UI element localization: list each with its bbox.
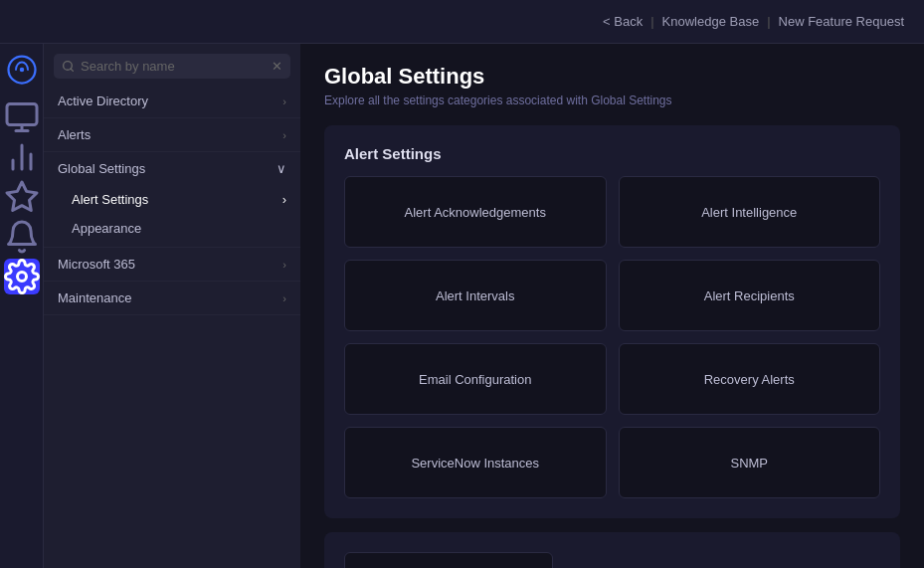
rail-item-chart[interactable]: [4, 139, 40, 175]
chevron-right-icon: ›: [282, 192, 286, 207]
rail-item-notifications[interactable]: [4, 219, 40, 255]
sidebar-item-label: Maintenance: [58, 290, 131, 305]
sidebar-item-label: Microsoft 365: [58, 257, 135, 272]
card-alert-acknowledgements[interactable]: Alert Acknowledgements: [344, 176, 607, 248]
new-feature-link[interactable]: New Feature Request: [779, 14, 904, 29]
svg-marker-8: [7, 182, 37, 211]
sidebar-item-alerts[interactable]: Alerts ›: [44, 118, 300, 152]
sidebar: ✕ Active Directory › Alerts › Global Set…: [44, 44, 300, 568]
rail-item-monitor[interactable]: [4, 99, 40, 135]
icon-rail: [0, 44, 44, 568]
svg-point-9: [17, 273, 26, 282]
card-appearance[interactable]: Appearance: [344, 552, 553, 568]
appearance-card-grid: Appearance: [344, 552, 880, 568]
chart-icon: [4, 139, 40, 175]
page-header: Global Settings Explore all the settings…: [324, 64, 900, 107]
settings-icon: [4, 259, 40, 294]
sidebar-section-label: Global Settings: [58, 161, 145, 176]
page-title: Global Settings: [324, 64, 900, 90]
back-link[interactable]: < Back: [603, 14, 643, 29]
sidebar-item-active-directory[interactable]: Active Directory ›: [44, 85, 300, 118]
alert-settings-section: Alert Settings Alert Acknowledgements Al…: [324, 125, 900, 518]
sidebar-item-label: Active Directory: [58, 94, 148, 108]
search-icon: [62, 60, 75, 73]
card-email-configuration[interactable]: Email Configuration: [344, 343, 607, 415]
bell-icon: [4, 219, 40, 255]
search-clear-button[interactable]: ✕: [272, 60, 282, 73]
alert-settings-card-grid: Alert Acknowledgements Alert Intelligenc…: [344, 176, 880, 498]
sidebar-item-global-settings[interactable]: Global Settings ∨: [44, 152, 300, 185]
main-layout: ✕ Active Directory › Alerts › Global Set…: [0, 44, 924, 568]
card-alert-recipients[interactable]: Alert Recipients: [619, 260, 881, 331]
card-alert-intervals[interactable]: Alert Intervals: [344, 260, 607, 331]
star-icon: [4, 179, 40, 215]
logo: [4, 52, 40, 88]
knowledge-base-link[interactable]: Knowledge Base: [662, 14, 760, 29]
card-servicenow-instances[interactable]: ServiceNow Instances: [344, 427, 607, 498]
topbar-links: < Back | Knowledge Base | New Feature Re…: [603, 14, 904, 29]
sidebar-sub-items: Alert Settings › Appearance: [44, 185, 300, 247]
sub-item-label: Alert Settings: [72, 192, 148, 207]
chevron-right-icon: ›: [282, 292, 286, 304]
sidebar-sub-item-alert-settings[interactable]: Alert Settings ›: [44, 185, 300, 214]
sidebar-item-microsoft-365[interactable]: Microsoft 365 ›: [44, 248, 300, 282]
monitor-icon: [4, 99, 40, 135]
chevron-down-icon: ∨: [277, 161, 286, 176]
rail-item-settings[interactable]: [4, 259, 40, 294]
sub-item-label: Appearance: [72, 221, 141, 236]
page-subtitle: Explore all the settings categories asso…: [324, 94, 900, 107]
chevron-right-icon: ›: [282, 259, 286, 271]
svg-line-11: [71, 69, 73, 71]
search-input[interactable]: [81, 59, 266, 74]
rail-item-favorites[interactable]: [4, 179, 40, 215]
alert-settings-section-title: Alert Settings: [344, 145, 880, 162]
sidebar-sub-item-appearance[interactable]: Appearance: [44, 214, 300, 243]
card-snmp[interactable]: SNMP: [619, 427, 881, 498]
content-area: Global Settings Explore all the settings…: [300, 44, 924, 568]
appearance-section: Appearance: [324, 532, 900, 568]
card-alert-intelligence[interactable]: Alert Intelligence: [619, 176, 881, 248]
chevron-right-icon: ›: [282, 95, 286, 107]
chevron-right-icon: ›: [282, 129, 286, 141]
svg-rect-2: [7, 104, 37, 125]
svg-point-1: [19, 68, 24, 73]
topbar: < Back | Knowledge Base | New Feature Re…: [0, 0, 924, 44]
separator-2: |: [767, 14, 770, 29]
sidebar-item-maintenance[interactable]: Maintenance ›: [44, 282, 300, 315]
sidebar-section-global-settings: Global Settings ∨ Alert Settings › Appea…: [44, 152, 300, 248]
search-bar: ✕: [54, 54, 290, 79]
separator-1: |: [650, 14, 653, 29]
sidebar-item-label: Alerts: [58, 127, 91, 142]
card-recovery-alerts[interactable]: Recovery Alerts: [619, 343, 881, 415]
